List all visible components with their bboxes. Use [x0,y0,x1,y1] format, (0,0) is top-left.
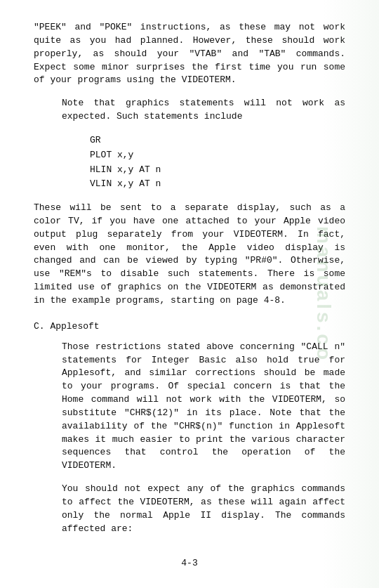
page-number-text: 4-3 [181,558,197,568]
paragraph-1: "PEEK" and "POKE" instructions, as these… [34,21,345,87]
section-c-para2: You should not expect any of the graphic… [62,483,345,535]
paragraph-1-text: "PEEK" and "POKE" instructions, as these… [34,22,345,85]
code-line-1: GR [90,133,345,148]
paragraph-3-text: These will be sent to a separate display… [34,202,345,306]
paragraph-note-text: Note that graphics statements will not w… [62,98,345,122]
code-line-2: PLOT x,y [90,148,345,163]
code-line-3: HLIN x,y AT n [90,163,345,178]
paragraph-3: These will be sent to a separate display… [34,202,345,308]
code-line-4: VLIN x,y AT n [90,177,345,192]
paragraph-note: Note that graphics statements will not w… [62,97,345,124]
section-c-para1-text: Those restrictions stated above concerni… [62,341,345,471]
section-c-para2-text: You should not expect any of the graphic… [62,483,345,534]
page-number: 4-3 [34,557,345,570]
section-c-para1: Those restrictions stated above concerni… [62,341,345,473]
section-c-label: C. Applesoft [34,320,345,334]
page-container: manuals.co "PEEK" and "POKE" instruction… [0,0,379,588]
section-c-label-text: C. Applesoft [34,321,100,332]
code-block: GR PLOT x,y HLIN x,y AT n VLIN x,y AT n [90,133,345,192]
